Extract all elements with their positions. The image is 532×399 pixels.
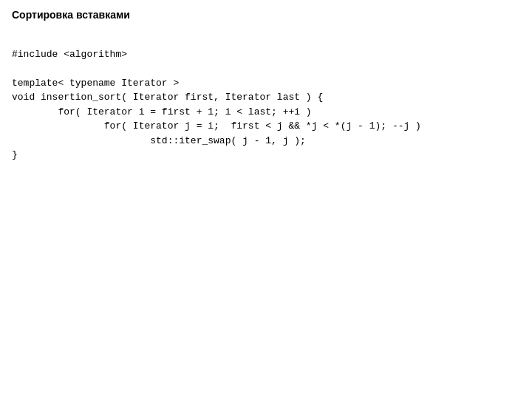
code-line-7: std::iter_swap( j - 1, j ); — [12, 135, 306, 146]
page-title: Сортировка вставками — [12, 9, 520, 21]
code-line-5: for( Iterator i = first + 1; i < last; +… — [12, 106, 312, 117]
code-line-1: #include <algorithm> — [12, 49, 127, 60]
code-line-3: template< typename Iterator > — [12, 78, 179, 89]
code-line-4: void insertion_sort( Iterator first, Ite… — [12, 92, 323, 103]
code-line-6: for( Iterator j = i; first < j && *j < *… — [12, 120, 421, 132]
code-block: #include <algorithm> template< typename … — [12, 33, 520, 163]
code-line-8: } — [12, 149, 18, 160]
